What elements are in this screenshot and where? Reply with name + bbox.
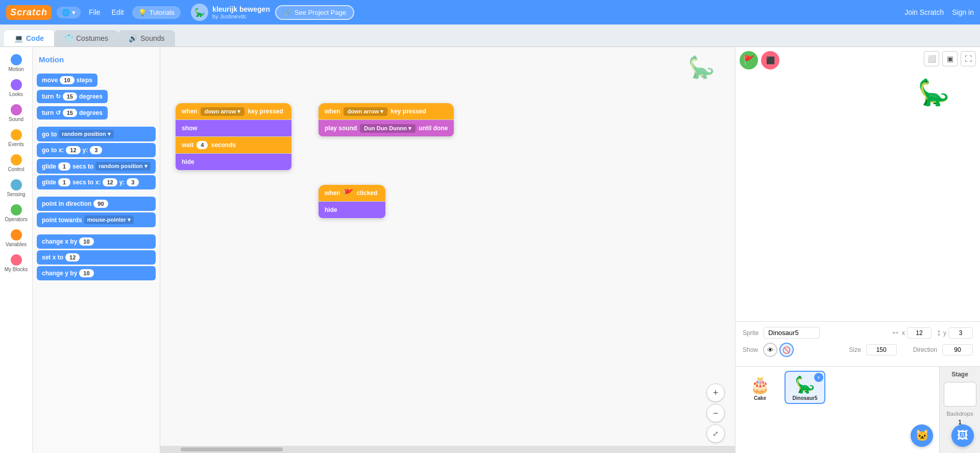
sprite-list: 🎂 Cake × 🦕 Dinosaur5 — [740, 371, 935, 404]
see-project-button[interactable]: 🔗 See Project Page — [275, 5, 354, 20]
block-set-x[interactable]: set x to 12 — [37, 250, 156, 265]
block-change-y[interactable]: change y by 10 — [37, 266, 156, 280]
green-flag-button[interactable]: 🚩 — [740, 51, 758, 69]
lightbulb-icon: 💡 — [138, 9, 146, 16]
normal-stage-button[interactable]: ▣ — [942, 51, 958, 66]
sprite-item-dinosaur5[interactable]: × 🦕 Dinosaur5 — [785, 371, 825, 404]
fullscreen-button[interactable]: ⛶ — [961, 51, 976, 66]
category-operators[interactable]: Operators — [1, 201, 32, 225]
sensing-dot — [11, 179, 22, 190]
nav-right: Join Scratch Sign in — [904, 8, 974, 16]
operators-dot — [11, 204, 22, 216]
category-variables[interactable]: Variables — [1, 226, 32, 250]
add-backdrop-button[interactable]: 🖼 — [951, 424, 974, 447]
y-input[interactable] — [948, 327, 973, 339]
category-sensing[interactable]: Sensing — [1, 176, 32, 200]
sprite-item-cake[interactable]: 🎂 Cake — [740, 371, 780, 404]
costumes-tab-label: Costumes — [76, 34, 108, 42]
control-dot — [11, 154, 22, 165]
right-panel: 🚩 ⬛ ⬜ ▣ ⛶ 🦕 Sprite ↔ x — [735, 47, 980, 453]
script-block-when-key1[interactable]: when down arrow ▾ key pressed — [176, 103, 291, 120]
zoom-in-button[interactable]: + — [706, 384, 725, 402]
blocks-panel: Motion move 10 steps turn ↻ 15 degrees t… — [33, 47, 160, 453]
script-block-when-key2[interactable]: when down arrow ▾ key pressed — [318, 103, 454, 120]
block-turn-left[interactable]: turn ↺ 15 degrees — [37, 106, 108, 120]
tab-costumes[interactable]: 👕 Costumes — [54, 30, 118, 46]
show-label: Show — [743, 346, 758, 353]
zoom-reset-button[interactable]: ⤢ — [706, 424, 725, 443]
block-point-towards[interactable]: point towards mouse-pointer ▾ — [37, 212, 156, 227]
sprites-section: 🎂 Cake × 🦕 Dinosaur5 🐱 — [736, 367, 939, 453]
zoom-out-button[interactable]: − — [706, 404, 725, 422]
stage-panel-right: Stage Backdrops 1 🖼 — [939, 367, 980, 453]
sensing-label: Sensing — [7, 192, 25, 197]
category-sound[interactable]: Sound — [1, 101, 32, 125]
direction-label: Direction — [913, 346, 937, 353]
edit-menu[interactable]: Edit — [109, 6, 127, 18]
stop-button[interactable]: ⬛ — [761, 51, 779, 69]
size-input[interactable] — [866, 344, 897, 355]
x-input[interactable] — [907, 327, 932, 339]
block-goto-random[interactable]: go to random position ▾ — [37, 127, 156, 141]
file-menu[interactable]: File — [86, 6, 104, 18]
language-selector[interactable]: 🌐 ▾ — [57, 7, 81, 18]
sound-dot — [11, 104, 22, 115]
variables-dot — [11, 229, 22, 241]
script-group-2: when down arrow ▾ key pressed play sound… — [318, 103, 454, 136]
motion-label: Motion — [8, 66, 23, 72]
script-block-when-flag[interactable]: when 🚩 clicked — [318, 185, 385, 201]
y-label: y — [943, 329, 946, 337]
link-icon: 🔗 — [283, 9, 291, 16]
sprite-info-panel: Sprite ↔ x ↕ y Show 👁 🚫 — [736, 321, 980, 366]
sprite-name-input[interactable] — [764, 327, 820, 339]
globe-chevron: ▾ — [72, 9, 76, 16]
blocks-panel-title: Motion — [37, 51, 156, 68]
category-looks[interactable]: Looks — [1, 76, 32, 100]
sprite-info-row-2: Show 👁 🚫 Size Direction — [743, 343, 973, 357]
category-motion[interactable]: Motion — [1, 51, 32, 75]
x-arrows-icon: ↔ — [891, 327, 900, 338]
block-change-x[interactable]: change x by 10 — [37, 234, 156, 249]
block-glide-xy[interactable]: glide 1 secs to x: 12 y: 3 — [37, 175, 156, 189]
tutorials-button[interactable]: 💡 Tutorials — [132, 6, 181, 19]
block-point-direction[interactable]: point in direction 90 — [37, 197, 156, 211]
show-hidden-button[interactable]: 🚫 — [779, 343, 794, 357]
script-block-show1[interactable]: show — [176, 120, 291, 136]
stage-label: Stage — [951, 371, 968, 378]
project-names: kleurijk bewegen by Justinevdc — [212, 5, 270, 19]
project-info: 🦕 kleurijk bewegen by Justinevdc — [191, 4, 270, 21]
looks-label: Looks — [9, 91, 23, 97]
block-goto-xy[interactable]: go to x: 12 y: 3 — [37, 143, 156, 157]
sprite-info-row-1: Sprite ↔ x ↕ y — [743, 327, 973, 339]
x-label: x — [902, 329, 905, 337]
block-glide-random[interactable]: glide 1 secs to random position ▾ — [37, 159, 156, 174]
script-block-wait[interactable]: wait 4 seconds — [176, 137, 291, 153]
scratch-logo[interactable]: Scratch — [6, 5, 52, 20]
x-coord: ↔ x — [891, 327, 932, 339]
direction-input[interactable] — [942, 344, 973, 355]
stage-backdrop-thumbnail — [944, 382, 976, 407]
smaller-stage-button[interactable]: ⬜ — [924, 51, 939, 66]
show-visible-button[interactable]: 👁 — [763, 343, 777, 357]
signin-button[interactable]: Sign in — [952, 8, 974, 16]
costumes-tab-icon: 👕 — [64, 34, 73, 42]
project-name: kleurijk bewegen — [212, 5, 270, 13]
join-button[interactable]: Join Scratch — [904, 8, 944, 16]
script-block-play-sound[interactable]: play sound Dun Dun Dunnn ▾ until done — [318, 120, 454, 136]
tab-code[interactable]: 💻 Code — [4, 30, 54, 46]
stage-view-controls: ⬜ ▣ ⛶ — [924, 51, 976, 66]
category-myblocks[interactable]: My Blocks — [1, 251, 32, 275]
block-turn-right[interactable]: turn ↻ 15 degrees — [37, 90, 108, 103]
stage-area: 🚩 ⬛ ⬜ ▣ ⛶ 🦕 — [736, 47, 980, 321]
script-group-1: when down arrow ▾ key pressed show wait … — [176, 103, 291, 170]
category-events[interactable]: Events — [1, 126, 32, 150]
category-sidebar: Motion Looks Sound Events Control Sensin… — [0, 47, 33, 453]
category-control[interactable]: Control — [1, 151, 32, 175]
add-sprite-button[interactable]: 🐱 — [911, 424, 933, 447]
tab-sounds[interactable]: 🔊 Sounds — [118, 30, 175, 46]
script-block-hide1[interactable]: hide — [176, 154, 291, 170]
events-dot — [11, 129, 22, 140]
script-block-hide2[interactable]: hide — [318, 202, 385, 218]
sprite-delete-button[interactable]: × — [814, 373, 823, 382]
block-move-steps[interactable]: move 10 steps — [37, 74, 97, 87]
